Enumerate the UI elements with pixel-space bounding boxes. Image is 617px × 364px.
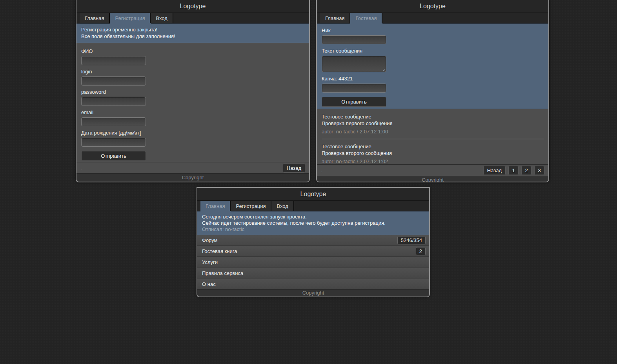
birthdate-input[interactable] <box>81 138 146 147</box>
password-input[interactable] <box>81 97 146 106</box>
registration-panel: Logotype Главная Регистрация Вход Регист… <box>76 0 310 182</box>
menu-item-forum[interactable]: Форум 5246/354 <box>197 235 429 246</box>
field-fio: ФИО <box>81 48 309 65</box>
tabbar: Главная Регистрация Вход <box>197 201 429 211</box>
panel-footer: . Назад 1 2 3 <box>317 164 548 176</box>
notice-line: Регистрация временно закрыта! <box>81 26 304 33</box>
tab-registration[interactable]: Регистрация <box>231 201 271 211</box>
counter-badge: 5246/354 <box>397 236 426 244</box>
nick-input[interactable] <box>322 35 386 44</box>
message-body: Проверка первого сообщения <box>322 120 544 127</box>
back-button[interactable]: Назад <box>283 164 305 173</box>
message-divider <box>322 139 544 139</box>
registration-notice: Регистрация временно закрыта! Все поля о… <box>76 24 309 43</box>
page-button-1[interactable]: 1 <box>508 166 519 175</box>
guestbook-messages: Тестовое сообщение Проверка первого сооб… <box>317 109 548 164</box>
copyright-bar: Copyright <box>76 173 309 182</box>
submit-button[interactable]: Отправить <box>81 151 146 161</box>
news-notice: Сегодня вечером состоялся запуск проекта… <box>197 211 429 235</box>
menu-item-services[interactable]: Услуги <box>197 257 429 268</box>
footer-dot: . <box>321 167 322 173</box>
tabbar: Главная Регистрация Вход <box>76 13 309 24</box>
guestbook-form: Ник Текст сообщения Капча: 44321 Отправи… <box>317 24 548 109</box>
notice-line: Сегодня вечером состоялся запуск проекта… <box>202 214 424 220</box>
tab-home[interactable]: Главная <box>200 201 231 211</box>
menu-item-guestbook[interactable]: Гостевая книга 2 <box>197 246 429 257</box>
tab-home[interactable]: Главная <box>80 13 110 23</box>
message-textarea-wrap <box>322 56 386 72</box>
footer-dot: . <box>80 165 82 171</box>
counter-badge: 2 <box>416 247 426 255</box>
message-meta: autor: no-tactic / 2.07.12 1:00 <box>322 129 544 135</box>
copyright-bar: Copyright <box>317 176 548 182</box>
menu-label: О нас <box>202 281 216 287</box>
logo-title: Logotype <box>76 0 309 13</box>
email-label: email <box>81 109 309 115</box>
field-captcha: Капча: 44321 <box>322 76 548 93</box>
menu-label: Услуги <box>202 259 218 265</box>
logo-title: Logotype <box>317 0 548 13</box>
notice-line: Все поля обязательны для заполнения! <box>81 33 304 40</box>
panel-footer: . Назад <box>76 162 309 173</box>
login-input[interactable] <box>81 76 146 86</box>
tab-registration[interactable]: Регистрация <box>110 13 151 23</box>
login-label: login <box>81 69 309 75</box>
tab-login[interactable]: Вход <box>271 201 294 211</box>
home-panel: Logotype Главная Регистрация Вход Сегодн… <box>197 187 430 297</box>
notice-line: Сейчас идет тестирование системы, после … <box>202 220 424 226</box>
field-message: Текст сообщения <box>322 48 548 72</box>
submit-button[interactable]: Отправить <box>322 97 386 107</box>
notice-author: Отписал: no-tactic <box>202 226 424 233</box>
birthdate-label: Дата рождения [дд\мм\гг] <box>81 130 309 136</box>
message-body: Проверка второго сообщения <box>322 150 544 157</box>
captcha-label: Капча: 44321 <box>322 76 548 82</box>
guestbook-panel: Logotype Главная Гостевая Ник Текст сооб… <box>316 0 549 182</box>
tabbar: Главная Гостевая <box>317 13 548 24</box>
field-nick: Ник <box>322 27 548 44</box>
message-item: Тестовое сообщение Проверка второго сооб… <box>322 143 544 164</box>
fio-label: ФИО <box>81 48 309 54</box>
menu-label: Форум <box>202 237 218 243</box>
message-textarea[interactable] <box>322 56 386 72</box>
back-button[interactable]: Назад <box>483 166 506 175</box>
field-email: email <box>81 109 309 126</box>
tab-login[interactable]: Вход <box>151 13 173 23</box>
copyright-bar: Copyright <box>197 289 429 297</box>
menu-label: Гостевая книга <box>202 248 237 254</box>
message-title: Тестовое сообщение <box>322 143 544 150</box>
message-label: Текст сообщения <box>322 48 548 54</box>
message-title: Тестовое сообщение <box>322 113 544 120</box>
field-password: passoword <box>81 89 309 106</box>
captcha-input[interactable] <box>322 84 386 93</box>
logo-title: Logotype <box>197 188 429 201</box>
tab-guestbook[interactable]: Гостевая <box>350 13 382 23</box>
main-menu: Форум 5246/354 Гостевая книга 2 Услуги П… <box>197 235 429 289</box>
message-item: Тестовое сообщение Проверка первого сооб… <box>322 113 544 135</box>
page-button-2[interactable]: 2 <box>521 166 531 175</box>
tab-home[interactable]: Главная <box>320 13 350 23</box>
menu-item-about[interactable]: О нас <box>197 278 429 289</box>
email-input[interactable] <box>81 117 146 126</box>
menu-label: Правила сервиса <box>202 270 243 276</box>
field-login: login <box>81 69 309 86</box>
registration-form: ФИО login passoword email Дата рождения … <box>76 43 309 162</box>
menu-item-rules[interactable]: Правила сервиса <box>197 268 429 278</box>
field-birthdate: Дата рождения [дд\мм\гг] <box>81 130 309 147</box>
fio-input[interactable] <box>81 56 146 65</box>
page-button-3[interactable]: 3 <box>534 166 544 175</box>
password-label: passoword <box>81 89 309 95</box>
nick-label: Ник <box>322 27 548 33</box>
message-meta: autor: no-tactic / 2.07.12 1:02 <box>322 158 544 164</box>
